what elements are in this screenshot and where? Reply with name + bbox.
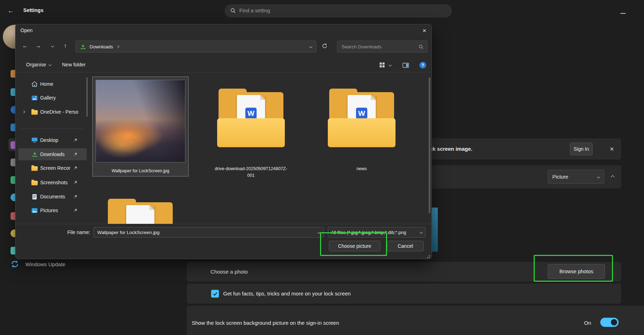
nav-recent-chevron[interactable] (47, 41, 58, 51)
breadcrumb-downloads[interactable]: Downloads (90, 44, 113, 49)
file-list: Wallpaper for LockScreen.jpg W drive-dow… (90, 72, 427, 224)
sidebar-item-label: Pictures (40, 208, 58, 213)
back-arrow-icon: ← (8, 8, 14, 14)
search-icon (230, 8, 236, 13)
chevron-down-icon (420, 231, 423, 234)
toggle-state-label: On (584, 320, 591, 326)
view-chevron[interactable] (389, 64, 391, 66)
signin-screen-toggle[interactable] (600, 318, 619, 327)
banner-close-icon[interactable]: × (610, 145, 614, 152)
pin-icon (74, 180, 78, 185)
sidebar-item-onedrive[interactable]: OneDrive - Perso (18, 106, 87, 118)
breadcrumb-chevron-icon[interactable] (116, 45, 119, 48)
documents-icon (31, 194, 38, 200)
dialog-search[interactable] (337, 41, 428, 53)
gallery-icon (31, 95, 38, 101)
file-name-label: news (325, 166, 399, 172)
file-type-value: All files (*.jpg;*.jpeg;*.bmp;*.dib;*.pn… (331, 230, 406, 235)
help-button[interactable]: ? (419, 62, 426, 68)
grid-view-icon (379, 62, 385, 68)
chevron-down-icon (51, 44, 54, 47)
sidebar-item-label: Home (40, 81, 53, 87)
page-title: Settings (23, 7, 43, 13)
file-item-wallpaper[interactable]: Wallpaper for LockScreen.jpg (92, 77, 189, 177)
choose-picture-button[interactable]: Choose picture (329, 241, 380, 251)
collapse-chevron-icon[interactable] (611, 175, 614, 179)
file-name-input[interactable] (94, 230, 324, 235)
choose-photo-label: Choose a photo (210, 269, 248, 275)
new-folder-button[interactable]: New folder (62, 62, 86, 67)
choose-photo-row: Choose a photo Browse photos (187, 262, 621, 282)
folder-icon (105, 199, 176, 224)
home-icon (31, 81, 38, 87)
image-thumbnail (96, 80, 185, 162)
nav-up-button[interactable]: ↑ (60, 41, 70, 51)
sidebar-item-home[interactable]: Home (18, 78, 87, 90)
file-item-folder-partial[interactable] (105, 199, 176, 224)
pictures-icon (31, 208, 38, 213)
sign-in-button[interactable]: Sign In (570, 143, 593, 155)
sidebar-item-label: Screenshots (40, 180, 68, 185)
word-doc-icon: W (245, 108, 257, 119)
help-icon: ? (419, 62, 426, 68)
dialog-title: Open (20, 28, 32, 33)
sidebar-item-downloads[interactable]: Downloads (18, 148, 87, 160)
close-icon: × (422, 27, 426, 35)
nav-forward-button[interactable]: → (33, 41, 44, 51)
sidebar-item-label: Documents (40, 194, 65, 199)
preview-pane-icon (403, 63, 409, 68)
dialog-close-button[interactable]: × (417, 25, 432, 36)
signin-screen-label: Show the lock screen background picture … (192, 320, 339, 326)
pin-icon (74, 151, 78, 157)
view-button[interactable] (379, 62, 385, 68)
browse-photos-button[interactable]: Browse photos (548, 264, 605, 279)
picture-dropdown-value: Picture (552, 174, 568, 180)
find-setting-input[interactable] (239, 8, 446, 13)
expand-chevron-icon[interactable] (22, 110, 25, 113)
check-icon (213, 292, 217, 296)
sidebar-scrollbar[interactable] (86, 77, 88, 117)
settings-search[interactable] (225, 4, 452, 17)
refresh-button[interactable] (319, 41, 330, 51)
sidebar-item-gallery[interactable]: Gallery (18, 92, 87, 104)
minimize-button[interactable] (620, 13, 626, 14)
windows-update-item[interactable]: Windows Update (11, 260, 65, 268)
sidebar-item-screenshots[interactable]: Screenshots (18, 177, 87, 189)
sidebar-item-screen-recordings[interactable]: Screen Recor (18, 162, 87, 174)
file-type-select[interactable]: All files (*.jpg;*.jpeg;*.bmp;*.dib;*.pn… (328, 227, 425, 238)
file-list-scrollbar[interactable] (429, 77, 430, 213)
fun-facts-checkbox[interactable] (211, 290, 219, 298)
fun-facts-row: Get fun facts, tips, tricks and more on … (187, 283, 621, 304)
sidebar-item-label: Downloads (40, 151, 65, 157)
chevron-down-icon (389, 64, 392, 66)
file-name-field-label: File name: (67, 229, 90, 235)
folder-icon (31, 165, 38, 171)
resize-grip[interactable] (426, 254, 430, 258)
chevron-down-icon (597, 175, 600, 178)
search-icon (418, 44, 424, 49)
organise-label: Organise (26, 62, 46, 67)
cancel-button[interactable]: Cancel (387, 241, 424, 251)
address-history-chevron[interactable] (309, 45, 312, 48)
banner-text: ck screen image. (430, 146, 472, 152)
address-bar[interactable]: Downloads (75, 41, 317, 53)
folder-with-doc-icon: W (216, 89, 286, 149)
nav-back-button[interactable]: ← (20, 41, 30, 51)
sidebar-item-label: Screen Recor (40, 165, 70, 171)
word-doc-icon: W (356, 108, 367, 119)
sidebar-item-desktop[interactable]: Desktop (18, 134, 87, 146)
file-name-field[interactable] (93, 227, 324, 238)
pin-icon (74, 137, 78, 143)
sidebar-item-documents[interactable]: Documents (18, 191, 87, 203)
dialog-footer: File name: All files (*.jpg;*.jpeg;*.bmp… (16, 224, 431, 259)
folder-with-doc-icon: W (326, 89, 397, 149)
dialog-search-input[interactable] (342, 44, 417, 49)
settings-back-button[interactable]: ← (8, 6, 17, 15)
file-name-label: drive-download-20250509T124807Z-001 (214, 166, 288, 179)
preview-pane-button[interactable] (403, 63, 409, 68)
organise-button[interactable]: Organise (26, 62, 51, 67)
pin-icon (74, 194, 78, 199)
picture-dropdown[interactable]: Picture (548, 170, 604, 184)
sidebar-item-pictures[interactable]: Pictures (18, 204, 87, 216)
onedrive-folder-icon (31, 109, 38, 115)
